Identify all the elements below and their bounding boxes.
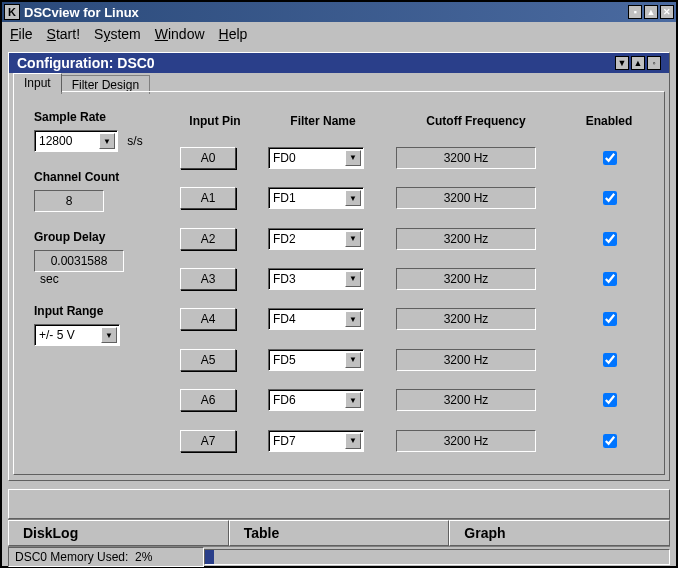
cutoff-value: 3200 Hz: [396, 228, 536, 250]
menu-window[interactable]: Window: [155, 26, 205, 42]
channel-count-label: Channel Count: [34, 170, 150, 184]
input-pin-button[interactable]: A5: [180, 349, 236, 371]
sample-rate-unit: s/s: [127, 134, 142, 148]
tab-table[interactable]: Table: [229, 520, 450, 546]
tab-disklog[interactable]: DiskLog: [8, 520, 229, 546]
chevron-down-icon[interactable]: ▼: [101, 327, 117, 343]
chevron-down-icon[interactable]: ▼: [345, 352, 361, 368]
memory-bar-fill: [205, 550, 214, 564]
filter-name-select[interactable]: FD0▼: [268, 147, 364, 169]
bottom-tabs: DiskLog Table Graph: [8, 519, 670, 546]
channel-count-value: 8: [34, 190, 104, 212]
cutoff-value: 3200 Hz: [396, 268, 536, 290]
sample-rate-select[interactable]: 12800 ▼: [34, 130, 118, 152]
input-pin-button[interactable]: A3: [180, 268, 236, 290]
enabled-checkbox[interactable]: [603, 312, 617, 326]
input-range-select[interactable]: +/- 5 V ▼: [34, 324, 120, 346]
enabled-checkbox[interactable]: [603, 191, 617, 205]
input-pin-button[interactable]: A4: [180, 308, 236, 330]
statusbar: DSC0 Memory Used: 2%: [8, 546, 670, 566]
chevron-down-icon[interactable]: ▼: [345, 311, 361, 327]
filter-name-select[interactable]: FD2▼: [268, 228, 364, 250]
input-pin-button[interactable]: A6: [180, 389, 236, 411]
sub-minimize-icon[interactable]: ▼: [615, 56, 629, 70]
input-range-label: Input Range: [34, 304, 150, 318]
client-area: Configuration: DSC0 ▼ ▲ ◦ Input Filter D…: [2, 46, 676, 566]
subwindow-titlebar[interactable]: Configuration: DSC0 ▼ ▲ ◦: [9, 53, 669, 73]
header-filter-name: Filter Name: [268, 114, 378, 128]
chevron-down-icon[interactable]: ▼: [345, 190, 361, 206]
chevron-down-icon[interactable]: ▼: [345, 231, 361, 247]
chevron-down-icon[interactable]: ▼: [345, 392, 361, 408]
input-pin-button[interactable]: A1: [180, 187, 236, 209]
close-icon[interactable]: ✕: [660, 5, 674, 19]
tab-input[interactable]: Input: [13, 73, 62, 92]
sample-rate-label: Sample Rate: [34, 110, 150, 124]
chevron-down-icon[interactable]: ▼: [345, 271, 361, 287]
chevron-down-icon[interactable]: ▼: [99, 133, 115, 149]
tabs: Input Filter Design: [9, 73, 669, 92]
enabled-checkbox[interactable]: [603, 272, 617, 286]
filter-name-select[interactable]: FD5▼: [268, 349, 364, 371]
input-pin-button[interactable]: A7: [180, 430, 236, 452]
chevron-down-icon[interactable]: ▼: [345, 150, 361, 166]
filter-name-select[interactable]: FD4▼: [268, 308, 364, 330]
tab-panel-input: Sample Rate 12800 ▼ s/s Channel Count 8: [13, 91, 665, 475]
filter-name-select[interactable]: FD7▼: [268, 430, 364, 452]
filter-name-select[interactable]: FD6▼: [268, 389, 364, 411]
group-delay-unit: sec: [40, 272, 59, 286]
app-window: K DSCview for Linux ▪ ▲ ✕ File Start! Sy…: [0, 0, 678, 568]
cutoff-value: 3200 Hz: [396, 430, 536, 452]
memory-bar: [204, 549, 670, 565]
tab-graph[interactable]: Graph: [449, 520, 670, 546]
input-pin-button[interactable]: A0: [180, 147, 236, 169]
cutoff-value: 3200 Hz: [396, 389, 536, 411]
menu-file[interactable]: File: [10, 26, 33, 42]
chevron-down-icon[interactable]: ▼: [345, 433, 361, 449]
cutoff-value: 3200 Hz: [396, 308, 536, 330]
minimize-icon[interactable]: ▪: [628, 5, 642, 19]
lower-panel: [8, 489, 670, 519]
filter-name-select[interactable]: FD1▼: [268, 187, 364, 209]
window-title: DSCview for Linux: [24, 5, 628, 20]
enabled-checkbox[interactable]: [603, 232, 617, 246]
enabled-checkbox[interactable]: [603, 393, 617, 407]
config-subwindow: Configuration: DSC0 ▼ ▲ ◦ Input Filter D…: [8, 52, 670, 481]
group-delay-value: 0.0031588: [34, 250, 124, 272]
menubar: File Start! System Window Help: [2, 22, 676, 46]
channel-grid: Input Pin Filter Name Cutoff Frequency E…: [180, 110, 644, 456]
sub-close-icon[interactable]: ◦: [647, 56, 661, 70]
group-delay-label: Group Delay: [34, 230, 150, 244]
subwindow-title: Configuration: DSC0: [17, 55, 615, 71]
cutoff-value: 3200 Hz: [396, 349, 536, 371]
sub-maximize-icon[interactable]: ▲: [631, 56, 645, 70]
cutoff-value: 3200 Hz: [396, 187, 536, 209]
app-menu-icon[interactable]: K: [4, 4, 20, 20]
header-cutoff: Cutoff Frequency: [396, 114, 556, 128]
enabled-checkbox[interactable]: [603, 353, 617, 367]
header-input-pin: Input Pin: [180, 114, 250, 128]
header-enabled: Enabled: [574, 114, 644, 128]
enabled-checkbox[interactable]: [603, 434, 617, 448]
cutoff-value: 3200 Hz: [396, 147, 536, 169]
menu-system[interactable]: System: [94, 26, 141, 42]
maximize-icon[interactable]: ▲: [644, 5, 658, 19]
filter-name-select[interactable]: FD3▼: [268, 268, 364, 290]
enabled-checkbox[interactable]: [603, 151, 617, 165]
input-pin-button[interactable]: A2: [180, 228, 236, 250]
menu-start[interactable]: Start!: [47, 26, 80, 42]
titlebar[interactable]: K DSCview for Linux ▪ ▲ ✕: [2, 2, 676, 22]
menu-help[interactable]: Help: [219, 26, 248, 42]
status-label: DSC0 Memory Used: 2%: [8, 547, 204, 567]
